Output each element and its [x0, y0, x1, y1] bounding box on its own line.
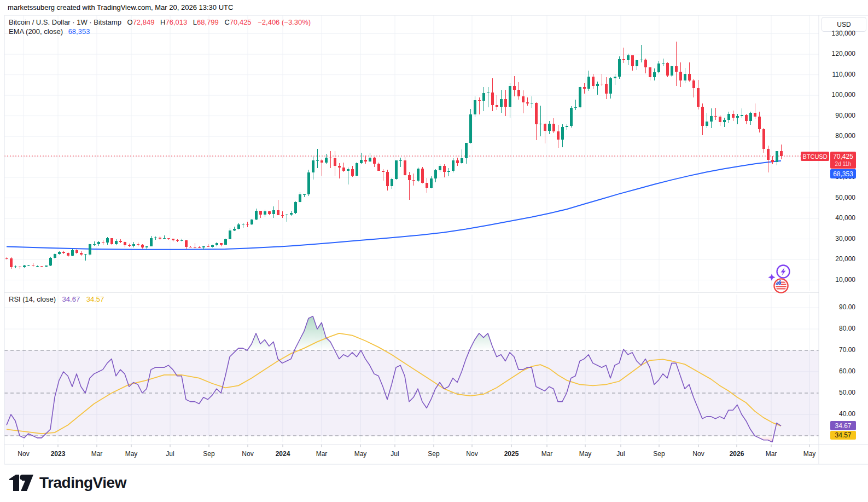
rsi-ma-value: 34.57	[86, 295, 104, 303]
rsi-axis-label: 40.00	[822, 410, 855, 418]
time-axis-label: Nov	[6, 450, 41, 458]
time-axis-label: Sep	[416, 450, 451, 458]
price-axis-label: 110,000	[822, 71, 855, 78]
tradingview-logo-glyph	[9, 474, 34, 492]
time-axis-label: May	[792, 450, 827, 458]
time-axis-label: 2023	[40, 450, 75, 458]
rsi-axis-label: 80.00	[822, 325, 855, 332]
ema-value: 68,353	[68, 27, 90, 36]
high-value: 76,013	[165, 18, 187, 26]
time-axis-label: Jul	[603, 450, 638, 458]
price-axis-label: 30,000	[822, 235, 855, 243]
tradingview-chart-app: marketssuberg created with TradingView.c…	[0, 0, 868, 502]
price-axis-label: 130,000	[822, 30, 855, 37]
price-axis-label: 100,000	[822, 91, 855, 99]
open-label: O	[127, 18, 133, 26]
ema-label: EMA (200, close)	[9, 27, 63, 36]
time-axis-label: Mar	[754, 450, 789, 458]
tradingview-logo[interactable]: TradingView	[9, 474, 126, 492]
price-axis-label: 50,000	[822, 194, 855, 201]
time-axis-label: Nov	[681, 450, 716, 458]
symbol-legend: Bitcoin / U.S. Dollar · 1W · Bitstamp O7…	[9, 18, 311, 26]
price-axis-label: 80,000	[822, 132, 855, 140]
time-axis-label: Sep	[191, 450, 226, 458]
rsi-axis-label: 60.00	[822, 367, 855, 375]
time-axis-label: Mar	[304, 450, 339, 458]
rsi-label: RSI (14, close)	[9, 295, 56, 303]
time-axis-label: Sep	[642, 450, 677, 458]
rsi-axis-label: 70.00	[822, 346, 855, 354]
rsi-value-badge: 34.67	[830, 421, 856, 430]
time-axis-label: Mar	[79, 450, 114, 458]
rsi-legend: RSI (14, close) 34.67 34.57	[9, 295, 104, 303]
rsi-value: 34.67	[62, 295, 80, 303]
time-axis-label: Jul	[377, 450, 412, 458]
chart-plot-area[interactable]	[0, 0, 868, 502]
us-flag-icon[interactable]	[773, 278, 789, 293]
price-axis-label: 10,000	[822, 276, 855, 284]
high-label: H	[160, 18, 165, 26]
time-axis-label: Jul	[153, 450, 188, 458]
last-price-badge: 70,425 2d 11h	[830, 152, 856, 169]
ema-price-badge: 68,353	[830, 169, 856, 178]
time-axis-label: Nov	[455, 450, 490, 458]
price-axis-label: 90,000	[822, 112, 855, 119]
ema-legend: EMA (200, close) 68,353	[9, 27, 90, 36]
time-axis-label: 2025	[494, 450, 529, 458]
rsi-axis-label: 50.00	[822, 389, 855, 396]
time-axis-label: May	[114, 450, 149, 458]
close-label: C	[224, 18, 229, 26]
low-label: L	[193, 18, 197, 26]
time-axis-label: May	[343, 450, 378, 458]
low-value: 68,799	[197, 18, 219, 26]
price-axis[interactable]	[819, 15, 868, 445]
tradingview-logo-text: TradingView	[39, 474, 126, 492]
bar-countdown: 2d 11h	[835, 160, 852, 168]
time-axis-label: Mar	[529, 450, 564, 458]
price-axis-label: 20,000	[822, 255, 855, 263]
close-value: 70,425	[230, 18, 252, 26]
rsi-axis-label: 90.00	[822, 303, 855, 311]
open-value: 72,849	[133, 18, 155, 26]
time-axis-label: 2026	[719, 450, 754, 458]
time-axis-label: Nov	[230, 450, 265, 458]
price-axis-label: 40,000	[822, 214, 855, 222]
last-price-value: 70,425	[833, 153, 853, 160]
symbol-price-flag: BTCUSD	[801, 152, 829, 161]
time-axis-label: 2024	[265, 450, 300, 458]
rsi-ma-value-badge: 34.57	[830, 431, 856, 440]
change-value: −2,406 (−3.30%)	[258, 18, 311, 26]
time-axis-label: May	[568, 450, 603, 458]
symbol-title: Bitcoin / U.S. Dollar · 1W · Bitstamp	[9, 18, 121, 26]
price-axis-label: 120,000	[822, 50, 855, 57]
